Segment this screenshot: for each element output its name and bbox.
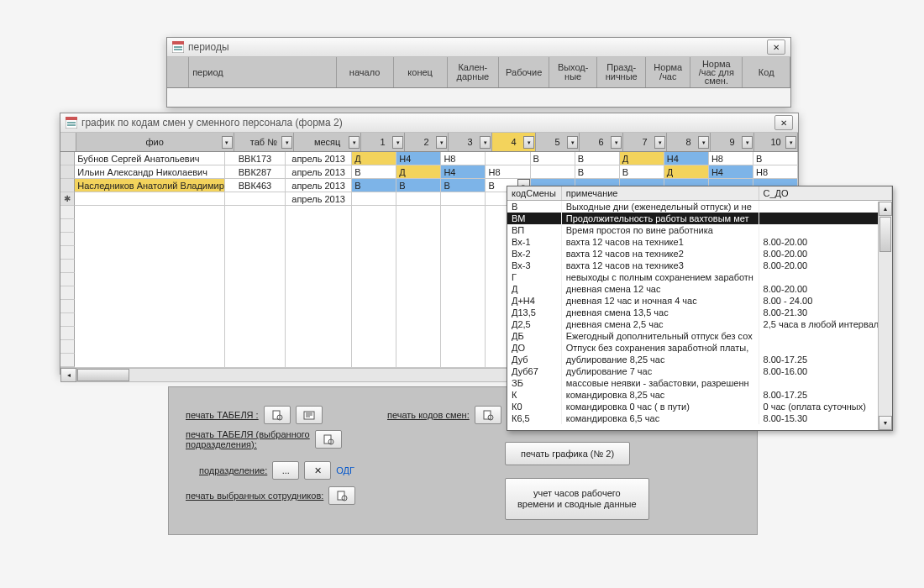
col-day-1[interactable]: 1▾ (361, 133, 405, 151)
dropdown-row[interactable]: Вх-3вахта 12 часов на технике38.00-20.00 (507, 260, 892, 271)
dd-col-note[interactable]: примечание (561, 186, 759, 201)
svg-rect-14 (66, 117, 77, 120)
print-selected-emp-label: печать выбранных сотрудников: (186, 491, 323, 501)
print-codes-button[interactable] (475, 406, 501, 424)
col-day-9[interactable]: 9▾ (711, 133, 754, 151)
dropdown-row[interactable]: Вх-2вахта 12 часов на технике28.00-20.00 (507, 248, 892, 260)
dropdown-row[interactable]: Д13,5дневная смена 13,5 час8.00-21.30 (507, 307, 892, 318)
col-norm[interactable]: Норма /час (646, 57, 690, 87)
filter-dropdown-icon[interactable]: ▾ (480, 136, 491, 149)
dropdown-row[interactable]: К6,5командировка 6,5 час8.00-15.30 (507, 412, 892, 424)
svg-rect-11 (174, 46, 182, 48)
col-start[interactable]: начало (337, 57, 394, 87)
podrazd-clear-button[interactable]: ✕ (304, 461, 331, 480)
print-selected-emp-button[interactable] (328, 486, 355, 505)
dropdown-row[interactable]: Ккомандировка 8,25 час8.00-17.25 (507, 389, 892, 401)
form-icon (66, 117, 77, 129)
podrazd-label: подразделение: (199, 465, 267, 475)
dropdown-row[interactable]: Ддневная смена 12 час8.00-20.00 (507, 283, 892, 295)
filter-dropdown-icon[interactable]: ▾ (281, 136, 292, 149)
col-tab[interactable]: таб №▾ (234, 133, 295, 151)
grid-header-schedule: фио▾ таб №▾ месяц▾ 1▾2▾3▾4▾5▾6▾7▾8▾9▾10▾ (60, 133, 798, 152)
filter-dropdown-icon[interactable]: ▾ (392, 136, 403, 149)
col-fio[interactable]: фио▾ (76, 133, 234, 151)
col-code[interactable]: Код (743, 57, 790, 87)
hours-report-button[interactable]: учет часов рабочего времени и сводные да… (505, 478, 649, 520)
dropdown-row[interactable]: ЗБмассовые неявки - забастовки, разрешен… (507, 377, 892, 389)
col-day-7[interactable]: 7▾ (623, 133, 667, 151)
col-norm-shift[interactable]: Норма /час для смен. (690, 57, 743, 87)
dropdown-row[interactable]: Д2,5дневная смена 2,5 час2,5 часа в любо… (507, 318, 892, 330)
filter-dropdown-icon[interactable]: ▾ (349, 136, 360, 149)
col-day-3[interactable]: 3▾ (449, 133, 492, 151)
shift-code-dropdown[interactable]: кодСмены примечание С_ДО ВВыходные дни (… (507, 186, 893, 431)
dd-scroll-thumb[interactable] (879, 217, 891, 252)
col-month[interactable]: месяц▾ (294, 133, 361, 151)
col-period[interactable]: период (189, 57, 336, 87)
col-calendar[interactable]: Кален- дарные (448, 57, 499, 87)
col-day-2[interactable]: 2▾ (405, 133, 449, 151)
col-end[interactable]: конец (394, 57, 448, 87)
print-tabel-selected-label: печать ТАБЕЛЯ (выбранного подразделения)… (186, 429, 310, 449)
svg-rect-16 (67, 124, 76, 126)
titlebar-periods[interactable]: периоды ✕ (167, 38, 790, 57)
dropdown-row[interactable]: ДБЕжегодный дополнительный отпуск без со… (507, 330, 892, 342)
filter-dropdown-icon[interactable]: ▾ (785, 136, 796, 149)
svg-rect-12 (174, 49, 182, 50)
col-holiday[interactable]: Празд- ничные (597, 57, 646, 87)
dd-scroll-up-button[interactable]: ▴ (879, 202, 892, 216)
col-work[interactable]: Рабочие (499, 57, 549, 87)
dd-scroll-down-button[interactable]: ▾ (879, 416, 892, 430)
filter-dropdown-icon[interactable]: ▾ (523, 136, 534, 149)
filter-dropdown-icon[interactable]: ▾ (611, 136, 622, 149)
dropdown-row[interactable]: ДООтпуск без сохранения заработной платы… (507, 342, 892, 354)
dropdown-row[interactable]: Дубдублирование 8,25 час8.00-17.25 (507, 354, 892, 365)
titlebar-schedule[interactable]: график по кодам смен у сменного персонал… (60, 113, 798, 133)
grid-header-periods: период начало конец Кален- дарные Рабочи… (167, 57, 790, 88)
print-tabel-export-button[interactable] (296, 406, 323, 424)
filter-dropdown-icon[interactable]: ▾ (436, 136, 447, 149)
col-day-6[interactable]: 6▾ (580, 133, 623, 151)
col-day-4[interactable]: 4▾ (492, 133, 536, 151)
dropdown-row[interactable]: Дуб67дублирование 7 час8.00-16.00 (507, 365, 892, 377)
dropdown-row[interactable]: Д+Н4дневная 12 час и ночная 4 час8.00 - … (507, 295, 892, 307)
filter-dropdown-icon[interactable]: ▾ (567, 136, 578, 149)
dropdown-row[interactable]: ВПВремя простоя по вине работника (507, 224, 892, 236)
table-row[interactable]: Ильин Александр НиколаевичВВК287апрель 2… (60, 165, 798, 179)
podrazd-pick-button[interactable]: ... (272, 461, 299, 480)
window-periods: периоды ✕ период начало конец Кален- дар… (166, 37, 791, 108)
scroll-thumb[interactable] (77, 369, 129, 381)
dd-col-time[interactable]: С_ДО (759, 186, 891, 201)
print-graph-button[interactable]: печать графика (№ 2) (505, 442, 630, 465)
print-tabel-selected-button[interactable] (315, 430, 342, 449)
filter-dropdown-icon[interactable]: ▾ (222, 136, 233, 149)
filter-dropdown-icon[interactable]: ▾ (742, 136, 753, 149)
table-row[interactable]: Бубнов Сергей АнатольевичВВК173апрель 20… (60, 152, 798, 165)
print-tabel-label: печать ТАБЕЛЯ : (186, 410, 259, 420)
scroll-left-button[interactable]: ◂ (60, 368, 76, 382)
filter-dropdown-icon[interactable]: ▾ (654, 136, 665, 149)
close-schedule-button[interactable]: ✕ (774, 115, 793, 130)
dd-col-code[interactable]: кодСмены (507, 186, 561, 201)
dropdown-row[interactable]: Вх-1вахта 12 часов на технике18.00-20.00 (507, 236, 892, 248)
print-tabel-preview-button[interactable] (264, 406, 291, 424)
dropdown-row[interactable]: К0командировка 0 час ( в пути)0 час (опл… (507, 401, 892, 412)
svg-rect-15 (67, 122, 76, 123)
dropdown-row[interactable]: ВМПродолжительность работы вахтовым мет (507, 213, 892, 224)
dropdown-row[interactable]: Гневыходы с полным сохранением заработн (507, 271, 892, 283)
dd-vertical-scrollbar[interactable]: ▴ ▾ (878, 202, 892, 430)
print-codes-label: печать кодов смен: (387, 410, 470, 420)
filter-dropdown-icon[interactable]: ▾ (698, 136, 709, 149)
col-day-10[interactable]: 10▾ (754, 133, 798, 151)
col-day-5[interactable]: 5▾ (536, 133, 580, 151)
title-schedule: график по кодам смен у сменного персонал… (81, 117, 343, 129)
dropdown-row[interactable]: ВВыходные дни (еженедельный отпуск) и не (507, 201, 892, 213)
form-icon (172, 41, 184, 53)
col-day-8[interactable]: 8▾ (667, 133, 711, 151)
svg-rect-10 (172, 41, 184, 45)
col-weekend[interactable]: Выход- ные (549, 57, 597, 87)
podrazd-value: ОДГ (336, 465, 354, 475)
title-periods: периоды (188, 41, 229, 53)
close-periods-button[interactable]: ✕ (767, 39, 785, 55)
